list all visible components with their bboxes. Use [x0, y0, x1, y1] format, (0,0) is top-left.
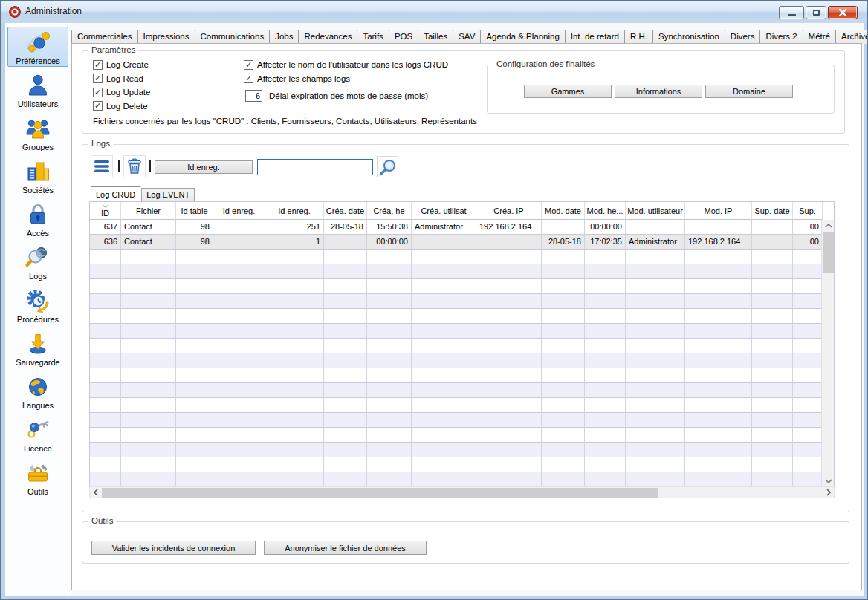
sidebar-item-utilisateurs[interactable]: Utilisateurs [7, 70, 68, 110]
table-row[interactable] [90, 324, 834, 339]
tab-sav[interactable]: SAV [453, 30, 481, 44]
minimize-button[interactable] [779, 6, 804, 19]
table-row[interactable]: 636Contact98100:00:0028-05-1817:02:35Adm… [90, 235, 834, 250]
checkbox-affecter-les-champs-logs[interactable]: ✓Affecter les champs logs [244, 74, 448, 84]
column-header-mod-ip[interactable]: Mod. IP [685, 202, 752, 220]
horizontal-scrollbar[interactable] [89, 486, 835, 498]
table-row[interactable] [90, 383, 834, 398]
column-header-crea-he[interactable]: Créa. he [367, 202, 412, 220]
search-button[interactable] [377, 156, 398, 177]
sidebar-item-licence[interactable]: Licence [7, 414, 68, 454]
tab-pos[interactable]: POS [389, 30, 418, 44]
column-header-id-table[interactable]: Id table [176, 202, 213, 220]
checkbox-box[interactable]: ✓ [93, 88, 103, 97]
tab-commerciales[interactable]: Commerciales [71, 30, 138, 44]
tab-jobs[interactable]: Jobs [269, 30, 299, 44]
sidebar-item-groupes[interactable]: Groupes [7, 113, 68, 153]
table-row[interactable] [90, 309, 834, 324]
tab-redevances[interactable]: Redevances [298, 30, 357, 44]
sidebar-item-langues[interactable]: Langues [7, 371, 68, 411]
column-header-sup-date[interactable]: Sup. date [752, 202, 793, 220]
tab-agenda-planning[interactable]: Agenda & Planning [480, 30, 565, 44]
checkbox-log-update[interactable]: ✓Log Update [93, 87, 150, 97]
sidebar-item-sauvegarde[interactable]: Sauvegarde [7, 328, 68, 368]
close-button[interactable] [828, 6, 858, 19]
table-row[interactable] [90, 339, 834, 353]
table-row[interactable] [90, 457, 834, 472]
table-row[interactable] [90, 264, 834, 279]
anonymiser-le-fichier-de-donnees-button[interactable]: Anonymiser le fichier de données [264, 541, 427, 555]
tab-log-crud[interactable]: Log CRUD [91, 186, 140, 201]
table-row[interactable]: 637Contact9825128-05-1815:50:38Administr… [90, 220, 834, 235]
table-row[interactable] [90, 428, 834, 443]
column-header-sup[interactable]: Sup. [793, 202, 823, 220]
horizontal-scroll-thumb[interactable] [102, 488, 658, 498]
maximize-button[interactable] [806, 6, 826, 19]
vertical-scroll-thumb[interactable] [823, 232, 834, 273]
column-header-crea-date[interactable]: Créa. date [324, 202, 367, 220]
checkbox-box[interactable]: ✓ [93, 74, 103, 83]
tab-divers[interactable]: Divers [725, 30, 761, 44]
tab-impressions[interactable]: Impressions [137, 30, 195, 44]
scroll-down-button[interactable] [822, 475, 835, 486]
checkbox-log-delete[interactable]: ✓Log Delete [93, 101, 150, 111]
checkbox-log-read[interactable]: ✓Log Read [93, 74, 150, 84]
tab-metre[interactable]: Métré [803, 30, 836, 44]
tab-r-h[interactable]: R.H. [624, 30, 653, 44]
password-expiry-field[interactable] [245, 90, 262, 102]
tab-log-event[interactable]: Log EVENT [141, 188, 195, 201]
filter-field-button[interactable]: Id enreg. [155, 160, 253, 174]
checkbox-log-create[interactable]: ✓Log Create [93, 59, 150, 70]
sidebar-item-logs[interactable]: Logs [7, 242, 68, 282]
checkbox-affecter-le-nom-de-l-utilisateur-dans-les-logs-crud[interactable]: ✓Affecter le nom de l'utilisateur dans l… [244, 59, 448, 70]
column-header-id-enreg[interactable]: Id enreg. [265, 202, 324, 220]
column-header-id-enreg[interactable]: Id enreg. [213, 202, 265, 220]
checkbox-box[interactable]: ✓ [244, 74, 253, 83]
gammes-button[interactable]: Gammes [524, 85, 612, 98]
domaine-button[interactable]: Domaine [705, 85, 793, 98]
search-input[interactable] [257, 159, 373, 175]
tab-scroll-left-icon[interactable]: ‹ [843, 28, 846, 39]
sidebar-item-preferences[interactable]: Préférences [7, 27, 68, 67]
table-row[interactable] [90, 294, 834, 309]
column-header-id[interactable]: ID [90, 202, 121, 220]
sidebar-item-acces[interactable]: Accès [7, 199, 68, 239]
sidebar-item-outils[interactable]: Outils [7, 457, 68, 498]
sidebar-item-societes[interactable]: Sociétés [7, 156, 68, 196]
checkbox-box[interactable]: ✓ [93, 60, 103, 70]
informations-button[interactable]: Informations [615, 85, 702, 98]
titlebar[interactable]: Administration [1, 1, 867, 23]
table-row[interactable] [90, 398, 834, 413]
column-header-mod-date[interactable]: Mod. date [542, 202, 585, 220]
column-header-mod-utilisateur[interactable]: Mod. utilisateur [626, 202, 685, 220]
column-header-crea-ip[interactable]: Créa. IP [476, 202, 542, 220]
table-row[interactable] [90, 443, 834, 457]
table-row[interactable] [90, 368, 834, 383]
tab-int-de-retard[interactable]: Int. de retard [565, 30, 625, 44]
table-row[interactable] [90, 353, 834, 368]
tab-communications[interactable]: Communications [195, 30, 271, 44]
vertical-scrollbar[interactable] [821, 220, 834, 486]
table-row[interactable] [90, 250, 834, 264]
scroll-left-button[interactable] [90, 487, 101, 498]
tab-tailles[interactable]: Tailles [418, 30, 453, 44]
tab-divers-2[interactable]: Divers 2 [760, 30, 803, 44]
table-row[interactable] [90, 279, 834, 294]
tab-synchronisation[interactable]: Synchronisation [652, 30, 725, 44]
checkbox-box[interactable]: ✓ [244, 60, 253, 70]
list-button[interactable] [91, 155, 113, 177]
valider-les-incidents-de-connexion-button[interactable]: Valider les incidents de connexion [91, 541, 256, 555]
scroll-right-button[interactable] [823, 487, 834, 498]
column-header-fichier[interactable]: Fichier [121, 202, 176, 220]
table-row[interactable] [90, 413, 834, 428]
scroll-up-button[interactable] [822, 220, 835, 231]
column-header-mod-he[interactable]: Mod. he... [585, 202, 626, 220]
sidebar-item-procedures[interactable]: Procédures [7, 285, 68, 325]
table-cell [585, 309, 626, 324]
delete-button[interactable] [123, 155, 146, 177]
tab-tarifs[interactable]: Tarifs [357, 30, 389, 44]
checkbox-box[interactable]: ✓ [93, 101, 103, 111]
table-row[interactable] [90, 472, 834, 486]
column-header-crea-utilisat[interactable]: Créa. utilisat [412, 202, 476, 220]
tab-scroll-right-icon[interactable]: › [855, 28, 858, 39]
